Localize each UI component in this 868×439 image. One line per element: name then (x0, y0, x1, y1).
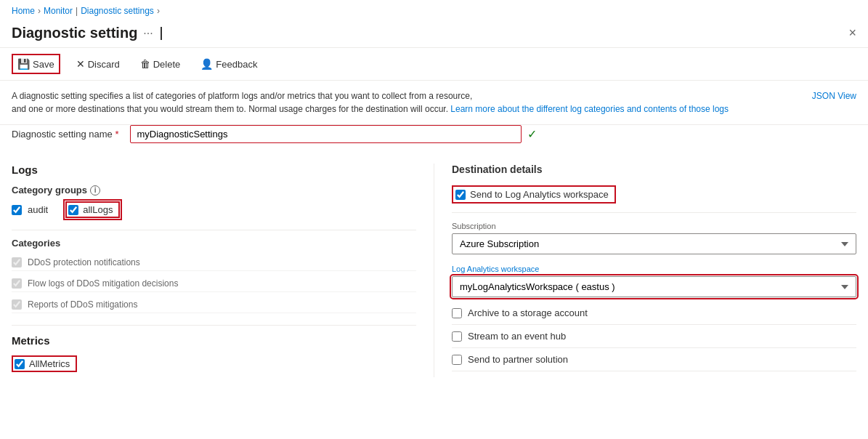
learn-more-link[interactable]: Learn more about the different log categ… (450, 104, 729, 114)
alllogs-checkbox[interactable] (68, 205, 78, 215)
breadcrumb-sep2: | (76, 6, 78, 16)
workspace-field-group: Log Analytics workspace myLogAnalyticsWo… (452, 265, 856, 297)
alllogs-label: allLogs (83, 204, 113, 215)
subscription-select[interactable]: Azure Subscription (452, 233, 856, 254)
breadcrumb-monitor[interactable]: Monitor (44, 6, 73, 16)
log-analytics-checkbox[interactable] (455, 190, 466, 200)
right-panel: Destination details Send to Log Analytic… (434, 164, 856, 377)
ddos2-checkbox[interactable] (12, 278, 22, 289)
category-groups-label: Category groups i (12, 185, 416, 196)
breadcrumb-sep1: › (38, 6, 41, 16)
save-icon: 💾 (17, 58, 30, 70)
alllogs-checkbox-row: allLogs (65, 201, 120, 218)
eventhub-label: Stream to an event hub (468, 331, 566, 342)
audit-checkbox[interactable] (12, 205, 22, 215)
more-options-icon[interactable]: ··· (143, 27, 153, 40)
allmetrics-checkbox-row: AllMetrics (12, 355, 416, 372)
left-panel: Logs Category groups i audit allLogs (12, 164, 416, 377)
ddos3-label: Reports of DDoS mitigations (28, 299, 137, 310)
subscription-field-group: Subscription Azure Subscription (452, 222, 856, 254)
partner-option-row: Send to partner solution (452, 354, 856, 371)
log-analytics-label: Send to Log Analytics workspace (470, 189, 609, 200)
eventhub-option-row: Stream to an event hub (452, 331, 856, 348)
workspace-label: Log Analytics workspace (452, 265, 856, 273)
toolbar: 💾 Save ✕ Discard 🗑 Delete 👤 Feedback (0, 48, 868, 81)
setting-name-input[interactable] (130, 125, 522, 143)
setting-name-label: Diagnostic setting name * (12, 129, 118, 140)
category-item-ddos3: Reports of DDoS mitigations (12, 297, 416, 313)
description-text1: A diagnostic setting specifies a list of… (12, 91, 472, 101)
save-label: Save (33, 59, 54, 70)
save-button[interactable]: 💾 Save (12, 54, 60, 74)
log-analytics-option-row: Send to Log Analytics workspace (452, 185, 856, 213)
allmetrics-checkbox[interactable] (15, 359, 25, 369)
cursor (161, 27, 162, 40)
page-title: Diagnostic setting (12, 25, 137, 41)
ddos3-checkbox[interactable] (12, 299, 22, 310)
storage-label: Archive to a storage account (468, 307, 588, 318)
category-item-ddos1: DDoS protection notifications (12, 254, 416, 271)
discard-icon: ✕ (76, 58, 85, 70)
metrics-section-title: Metrics (12, 334, 416, 347)
setting-name-input-wrap: ✓ (130, 125, 537, 143)
ddos1-label: DDoS protection notifications (28, 257, 140, 267)
categories-title: Categories (12, 238, 416, 249)
breadcrumb-diag-settings[interactable]: Diagnostic settings (81, 6, 154, 16)
breadcrumb-home[interactable]: Home (12, 6, 35, 16)
discard-label: Discard (88, 59, 120, 70)
main-content: Logs Category groups i audit allLogs (0, 152, 868, 389)
category-item-ddos2: Flow logs of DDoS mitigation decisions (12, 275, 416, 292)
page-header: Diagnostic setting ··· × (0, 22, 868, 48)
feedback-label: Feedback (216, 59, 257, 70)
audit-checkbox-row: audit (12, 201, 48, 218)
allmetrics-label: AllMetrics (29, 358, 70, 369)
json-view-link[interactable]: JSON View (812, 89, 856, 102)
audit-label: audit (28, 204, 48, 215)
discard-button[interactable]: ✕ Discard (72, 55, 124, 73)
partner-label: Send to partner solution (468, 354, 568, 365)
categories-section: Categories DDoS protection notifications… (12, 238, 416, 313)
breadcrumb-sep3: › (157, 6, 160, 16)
description-text: A diagnostic setting specifies a list of… (12, 89, 729, 116)
description-text2: and one or more destinations that you wo… (12, 104, 450, 114)
delete-button[interactable]: 🗑 Delete (136, 55, 185, 73)
storage-option-row: Archive to a storage account (452, 307, 856, 325)
metrics-section: Metrics AllMetrics (12, 325, 416, 372)
category-groups-row: audit allLogs (12, 201, 416, 230)
breadcrumb: Home › Monitor | Diagnostic settings › (0, 0, 868, 22)
workspace-select[interactable]: myLogAnalyticsWorkspace ( eastus ) (452, 276, 856, 297)
eventhub-checkbox[interactable] (452, 331, 462, 342)
valid-check-icon: ✓ (527, 127, 537, 141)
ddos1-checkbox[interactable] (12, 257, 22, 267)
delete-label: Delete (153, 59, 181, 70)
info-icon[interactable]: i (90, 185, 100, 196)
feedback-icon: 👤 (200, 58, 213, 70)
destination-section-title: Destination details (452, 164, 856, 175)
storage-checkbox[interactable] (452, 308, 462, 318)
delete-icon: 🗑 (140, 58, 150, 70)
partner-checkbox[interactable] (452, 355, 462, 365)
required-marker: * (115, 129, 118, 140)
ddos2-label: Flow logs of DDoS mitigation decisions (28, 278, 178, 289)
close-button[interactable]: × (848, 25, 856, 41)
setting-name-row: Diagnostic setting name * ✓ (0, 125, 868, 152)
feedback-button[interactable]: 👤 Feedback (196, 55, 261, 73)
subscription-label: Subscription (452, 222, 856, 230)
logs-section-title: Logs (12, 164, 416, 176)
description-bar: A diagnostic setting specifies a list of… (0, 81, 868, 125)
